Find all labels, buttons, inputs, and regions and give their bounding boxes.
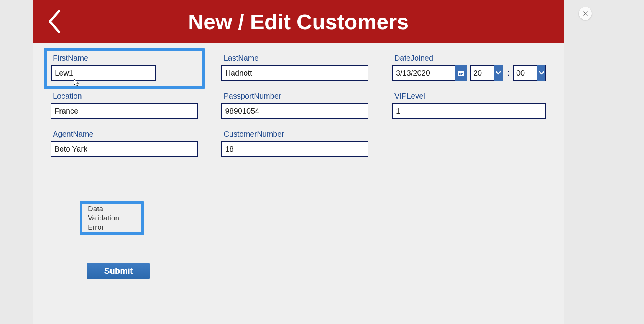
svg-rect-1	[458, 71, 464, 72]
date-joined-minute-wrap	[513, 65, 546, 81]
customer-number-field: CustomerNumber	[221, 130, 369, 157]
time-separator: :	[506, 68, 510, 78]
last-name-label: LastName	[223, 54, 369, 63]
location-input[interactable]	[51, 103, 198, 119]
first-name-highlight: FirstName	[44, 48, 205, 89]
date-joined-hour-dropdown[interactable]	[495, 65, 503, 81]
vip-level-field: VIPLevel	[392, 92, 546, 119]
submit-button[interactable]: Submit	[87, 263, 150, 279]
calendar-icon	[458, 69, 465, 76]
date-joined-group: :	[392, 65, 546, 81]
form-grid: FirstName LastName DateJoined	[33, 43, 564, 157]
agent-name-label: AgentName	[53, 130, 198, 139]
last-name-field: LastName	[221, 54, 369, 81]
svg-rect-2	[459, 73, 460, 74]
first-name-input[interactable]	[51, 65, 156, 81]
close-button[interactable]	[579, 7, 592, 20]
page-title: New / Edit Customers	[64, 9, 533, 34]
date-joined-hour-input[interactable]	[471, 67, 495, 79]
first-name-label: FirstName	[53, 54, 198, 63]
vip-level-label: VIPLevel	[394, 92, 546, 101]
passport-number-input[interactable]	[221, 103, 368, 119]
date-joined-minute-dropdown[interactable]	[537, 65, 545, 81]
location-label: Location	[53, 92, 198, 101]
svg-rect-3	[460, 73, 462, 74]
date-joined-field: DateJoined	[392, 54, 546, 81]
date-joined-date-input[interactable]	[393, 67, 456, 79]
page-header: New / Edit Customers	[33, 0, 564, 43]
validation-error-text: Data Validation Error	[88, 204, 136, 231]
date-joined-date-wrap	[392, 65, 467, 81]
svg-rect-6	[460, 74, 462, 75]
svg-rect-4	[462, 73, 463, 74]
customer-number-input[interactable]	[221, 141, 368, 157]
customer-number-label: CustomerNumber	[223, 130, 369, 139]
svg-rect-5	[459, 74, 460, 75]
chevron-down-icon	[495, 70, 501, 76]
close-icon	[582, 10, 588, 17]
chevron-left-icon	[47, 9, 61, 34]
back-button[interactable]	[44, 6, 64, 37]
first-name-field: FirstName	[51, 54, 198, 81]
location-field: Location	[51, 92, 198, 119]
vip-level-input[interactable]	[392, 103, 546, 119]
passport-number-label: PassportNumber	[223, 92, 369, 101]
date-joined-hour-wrap	[470, 65, 503, 81]
agent-name-input[interactable]	[51, 141, 198, 157]
validation-error-box: Data Validation Error	[80, 201, 144, 235]
date-joined-minute-input[interactable]	[514, 67, 537, 79]
last-name-input[interactable]	[221, 65, 368, 81]
passport-number-field: PassportNumber	[221, 92, 369, 119]
agent-name-field: AgentName	[51, 130, 198, 157]
customer-form-screen: New / Edit Customers FirstName LastName …	[33, 0, 564, 324]
date-joined-label: DateJoined	[394, 54, 546, 63]
chevron-down-icon	[539, 70, 545, 76]
date-joined-calendar-button[interactable]	[455, 65, 467, 81]
